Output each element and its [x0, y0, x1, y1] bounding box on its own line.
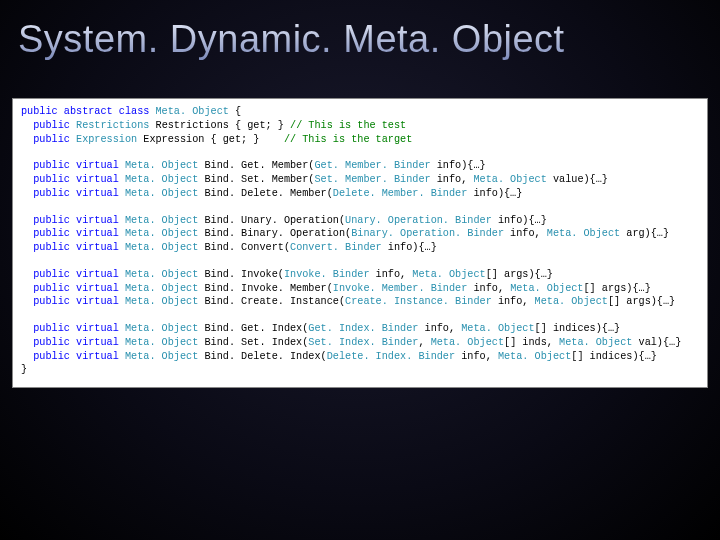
code-text: [] indices){…} — [571, 351, 657, 362]
code-text: [] args){…} — [584, 283, 651, 294]
code-text: Restrictions — [76, 120, 155, 131]
code-text: [] args){…} — [486, 269, 553, 280]
code-text: Get. Member. Binder — [314, 160, 436, 171]
code-text: arg){…} — [626, 228, 669, 239]
code-text: Meta. Object — [559, 337, 638, 348]
code-text: Bind. Get. Index( — [204, 323, 308, 334]
code-text: { — [235, 106, 241, 117]
code-text: public — [21, 134, 76, 145]
code-text: value){…} — [553, 174, 608, 185]
code-text: public virtual — [21, 323, 125, 334]
code-text: Bind. Invoke. Member( — [204, 283, 332, 294]
code-text: public — [21, 120, 76, 131]
code-text: Set. Index. Binder — [308, 337, 418, 348]
code-text: Delete. Index. Binder — [327, 351, 462, 362]
code-text: Meta. Object — [125, 337, 204, 348]
code-text: Meta. Object — [498, 351, 571, 362]
code-text: public virtual — [21, 188, 125, 199]
code-text: Binary. Operation. Binder — [351, 228, 510, 239]
code-text: Bind. Convert( — [204, 242, 290, 253]
code-text: Meta. Object — [125, 323, 204, 334]
code-text: public virtual — [21, 296, 125, 307]
blank-line — [21, 146, 699, 159]
slide-title: System. Dynamic. Meta. Object — [0, 0, 720, 61]
blank-line — [21, 255, 699, 268]
code-text: info, — [376, 269, 413, 280]
blank-line — [21, 201, 699, 214]
code-text: Meta. Object — [156, 106, 235, 117]
code-text: info){…} — [437, 160, 486, 171]
code-text: Meta. Object — [125, 351, 204, 362]
code-text: Meta. Object — [125, 283, 204, 294]
code-text: , — [418, 337, 430, 348]
code-text: Bind. Invoke( — [204, 269, 283, 280]
code-text: Invoke. Binder — [284, 269, 376, 280]
code-text: // This is the test — [290, 120, 406, 131]
code-text: Meta. Object — [412, 269, 485, 280]
code-text: Get. Index. Binder — [308, 323, 424, 334]
code-text: Expression — [76, 134, 143, 145]
code-text: Meta. Object — [125, 174, 204, 185]
code-text: [] inds, — [504, 337, 559, 348]
code-text: public virtual — [21, 228, 125, 239]
code-text: Bind. Set. Member( — [204, 174, 314, 185]
code-text: } — [21, 364, 27, 375]
code-text: info, — [473, 283, 510, 294]
code-text: info){…} — [473, 188, 522, 199]
code-text: Meta. Object — [431, 337, 504, 348]
code-text: info){…} — [388, 242, 437, 253]
code-text: Bind. Delete. Index( — [204, 351, 326, 362]
code-text: info, — [437, 174, 474, 185]
code-text: Create. Instance. Binder — [345, 296, 498, 307]
code-text: [] indices){…} — [535, 323, 621, 334]
code-text: Meta. Object — [535, 296, 608, 307]
code-text: Meta. Object — [125, 296, 204, 307]
code-text: Unary. Operation. Binder — [345, 215, 498, 226]
code-text: Bind. Binary. Operation( — [204, 228, 351, 239]
code-text: Meta. Object — [125, 160, 204, 171]
code-text: Invoke. Member. Binder — [333, 283, 474, 294]
code-text: public virtual — [21, 351, 125, 362]
code-text: Meta. Object — [547, 228, 626, 239]
code-text: Expression { get; } — [143, 134, 284, 145]
code-text: public virtual — [21, 174, 125, 185]
code-text: public abstract class — [21, 106, 156, 117]
code-text: Meta. Object — [510, 283, 583, 294]
code-text: Meta. Object — [125, 242, 204, 253]
code-text: Meta. Object — [125, 269, 204, 280]
code-text: public virtual — [21, 242, 125, 253]
code-text: Meta. Object — [461, 323, 534, 334]
code-text: Meta. Object — [125, 188, 204, 199]
code-text: Set. Member. Binder — [314, 174, 436, 185]
code-text: info, — [461, 351, 498, 362]
code-text: // This is the target — [284, 134, 412, 145]
code-text: Meta. Object — [125, 228, 204, 239]
code-text: Convert. Binder — [290, 242, 388, 253]
code-text: info, — [498, 296, 535, 307]
code-text: info){…} — [498, 215, 547, 226]
code-text: public virtual — [21, 269, 125, 280]
code-text: info, — [510, 228, 547, 239]
code-text: Bind. Delete. Member( — [204, 188, 332, 199]
code-text: public virtual — [21, 160, 125, 171]
code-text: [] args){…} — [608, 296, 675, 307]
code-text: Bind. Get. Member( — [204, 160, 314, 171]
code-text: public virtual — [21, 283, 125, 294]
code-text: info, — [425, 323, 462, 334]
code-text: public virtual — [21, 215, 125, 226]
code-text: Bind. Unary. Operation( — [204, 215, 345, 226]
code-text: Meta. Object — [125, 215, 204, 226]
code-text: Bind. Create. Instance( — [204, 296, 345, 307]
slide: System. Dynamic. Meta. Object public abs… — [0, 0, 720, 540]
code-block: public abstract class Meta. Object { pub… — [12, 98, 708, 388]
code-text: Restrictions { get; } — [156, 120, 291, 131]
code-text: Delete. Member. Binder — [333, 188, 474, 199]
code-text: public virtual — [21, 337, 125, 348]
code-text: Bind. Set. Index( — [204, 337, 308, 348]
blank-line — [21, 309, 699, 322]
code-text: val){…} — [639, 337, 682, 348]
code-text: Meta. Object — [473, 174, 552, 185]
